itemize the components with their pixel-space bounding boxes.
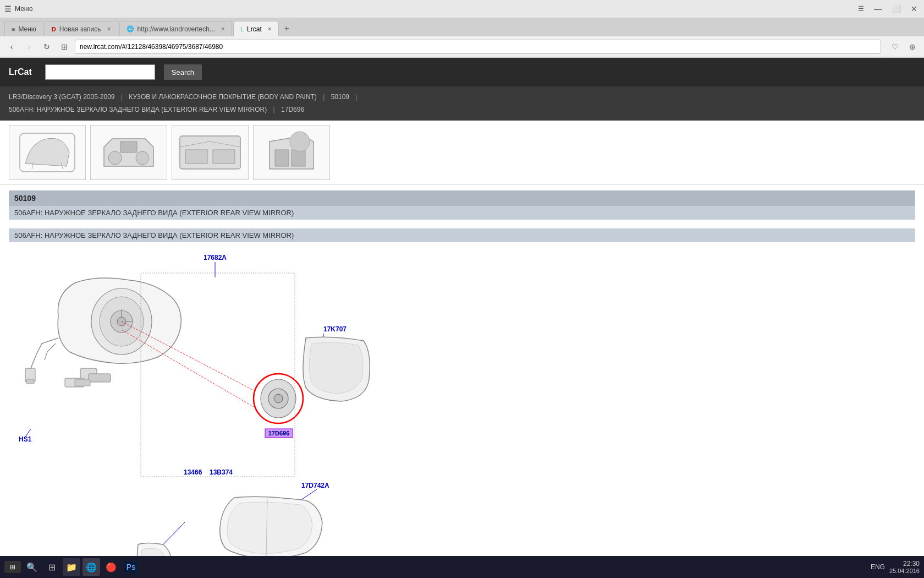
svg-text:17K707: 17K707 — [323, 325, 346, 333]
title-bar: ☰ Меню ☰ — ⬜ ✕ — [0, 0, 924, 18]
history-button[interactable]: ⊕ — [905, 40, 920, 54]
thumb-2[interactable] — [90, 125, 167, 180]
breadcrumb: LR3/Discovery 3 (GCAT) 2005-2009 | КУЗОВ… — [0, 86, 924, 121]
svg-rect-5 — [120, 141, 137, 152]
minimize-btn[interactable]: — — [872, 3, 884, 14]
svg-rect-9 — [275, 150, 289, 166]
diagram-title: 506AFH: НАРУЖНОЕ ЗЕРКАЛО ЗАДНЕГО ВИДА (E… — [9, 228, 915, 242]
thumb-svg-1 — [14, 130, 80, 175]
browser-chrome: ☰ Меню ☰ — ⬜ ✕ ≡ Меню D Новая запись ✕ 🌐… — [0, 0, 924, 58]
svg-rect-24 — [75, 379, 90, 386]
taskbar-photoshop[interactable]: Ps — [122, 558, 140, 576]
breadcrumb-item-1[interactable]: КУЗОВ И ЛАКОКРАСОЧНОЕ ПОКРЫТИЕ (BODY AND… — [129, 93, 316, 101]
taskbar-browser[interactable]: 🌐 — [82, 558, 100, 576]
tab-lrcat-favicon: L — [240, 26, 244, 32]
maximize-btn[interactable]: ⬜ — [889, 3, 903, 14]
svg-point-4 — [136, 151, 149, 165]
parts-diagram-svg: 17682A — [9, 250, 421, 578]
svg-text:13B374: 13B374 — [210, 468, 233, 476]
nav-right: ♡ ⊕ — [888, 40, 920, 54]
svg-rect-22 — [26, 379, 34, 384]
svg-point-11 — [290, 132, 310, 151]
date-display: 25.04.2016 — [889, 568, 920, 574]
breadcrumb-item-0[interactable]: LR3/Discovery 3 (GCAT) 2005-2009 — [9, 93, 115, 101]
svg-text:17D742A: 17D742A — [301, 482, 329, 489]
breadcrumb-row1: LR3/Discovery 3 (GCAT) 2005-2009 | КУЗОВ… — [9, 92, 915, 102]
breadcrumb-sep-1: | — [323, 93, 324, 101]
search-icon: 🔍 — [26, 562, 37, 572]
tab-menu[interactable]: ≡ Меню — [4, 21, 43, 36]
lower-mirror — [220, 497, 322, 559]
svg-rect-7 — [185, 150, 207, 163]
taskbar-opera[interactable]: 🔴 — [102, 558, 120, 576]
svg-rect-10 — [292, 150, 305, 166]
lang-indicator: ENG — [871, 563, 885, 571]
diagram-wrapper: 17682A — [9, 250, 915, 578]
mirror-assembly — [25, 278, 181, 387]
opera-icon: 🔴 — [106, 562, 117, 572]
breadcrumb-item-2[interactable]: 50109 — [331, 93, 349, 101]
tab-menu-icon: ≡ — [12, 26, 15, 32]
section-container: 50109 506AFH: НАРУЖНОЕ ЗЕРКАЛО ЗАДНЕГО В… — [0, 185, 924, 578]
bookmark-button[interactable]: ♡ — [888, 40, 902, 54]
title-bar-left: ☰ Меню — [4, 4, 32, 13]
svg-line-41 — [300, 489, 317, 500]
nav-bar: ‹ › ↻ ⊞ ♡ ⊕ — [0, 36, 924, 57]
diagram-area: 17682A — [9, 244, 915, 578]
taskbar-search[interactable]: 🔍 — [23, 558, 41, 576]
back-button[interactable]: ‹ — [4, 40, 19, 54]
close-btn[interactable]: ✕ — [909, 3, 920, 14]
address-bar[interactable] — [75, 40, 881, 54]
photoshop-icon: Ps — [124, 561, 138, 572]
home-button[interactable]: ⊞ — [57, 40, 72, 54]
tab-new-record[interactable]: D Новая запись ✕ — [45, 21, 118, 36]
section-header-50109: 50109 — [9, 190, 915, 206]
search-input[interactable] — [45, 64, 155, 80]
breadcrumb-item-4[interactable]: 17D696 — [281, 106, 304, 113]
settings-icon[interactable]: ☰ — [856, 4, 866, 14]
svg-text:HS1: HS1 — [19, 435, 32, 443]
taskbar-explorer[interactable]: 📁 — [63, 558, 80, 576]
thumb-3[interactable] — [172, 125, 249, 180]
tab-new-record-close[interactable]: ✕ — [107, 26, 111, 32]
tab-lrcat[interactable]: L Lrcat ✕ — [233, 21, 279, 36]
taskbar: ⊞ 🔍 ⊞ 📁 🌐 🔴 Ps ENG 22:30 25.04.2016 — [0, 556, 924, 578]
refresh-button[interactable]: ↻ — [40, 40, 54, 54]
thumb-1[interactable] — [9, 125, 86, 180]
forward-button[interactable]: › — [22, 40, 36, 54]
section-subheader-506afh: 506AFH: НАРУЖНОЕ ЗЕРКАЛО ЗАДНЕГО ВИДА (E… — [9, 206, 915, 220]
mirror-glass — [303, 337, 370, 402]
sys-tray: ENG 22:30 25.04.2016 — [871, 560, 920, 574]
new-tab-button[interactable]: + — [280, 21, 294, 36]
tab-landrover-close[interactable]: ✕ — [221, 26, 225, 32]
start-button[interactable]: ⊞ — [4, 561, 21, 573]
svg-text:17D696: 17D696 — [268, 430, 290, 437]
breadcrumb-row2: 506AFH: НАРУЖНОЕ ЗЕРКАЛО ЗАДНЕГО ВИДА (E… — [9, 105, 915, 115]
tab-landrover-favicon: 🌐 — [127, 25, 134, 32]
thumb-svg-3 — [177, 130, 243, 175]
breadcrumb-sep-2: | — [355, 93, 357, 101]
apps-icon: ⊞ — [48, 562, 56, 572]
site-logo: LrCat — [9, 67, 32, 77]
taskbar-time: 22:30 25.04.2016 — [889, 560, 920, 574]
breadcrumb-sep-0: | — [121, 93, 123, 101]
window-controls: ☰ — ⬜ ✕ — [856, 3, 920, 14]
tab-menu-label: Меню — [18, 25, 36, 33]
taskbar-left: ⊞ 🔍 ⊞ 📁 🌐 🔴 Ps — [4, 558, 140, 576]
windows-logo-icon: ⊞ — [10, 563, 15, 571]
tab-lrcat-close[interactable]: ✕ — [267, 26, 272, 32]
thumbnail-strip — [0, 121, 924, 185]
thumb-4[interactable] — [253, 125, 330, 180]
main-content: LrCat Search LR3/Discovery 3 (GCAT) 2005… — [0, 58, 924, 578]
time-display: 22:30 — [889, 560, 920, 568]
tabs-bar: ≡ Меню D Новая запись ✕ 🌐 http://www.lan… — [0, 18, 924, 36]
explorer-icon: 📁 — [66, 562, 77, 572]
thumb-svg-2 — [96, 130, 162, 175]
tab-new-record-favicon: D — [52, 26, 56, 32]
breadcrumb-item-3[interactable]: 506AFH: НАРУЖНОЕ ЗЕРКАЛО ЗАДНЕГО ВИДА (E… — [9, 106, 267, 113]
tab-new-record-label: Новая запись — [59, 25, 101, 33]
search-button[interactable]: Search — [164, 64, 202, 80]
svg-rect-20 — [89, 374, 111, 382]
tab-landrover[interactable]: 🌐 http://www.landrovertech... ✕ — [119, 21, 232, 36]
taskbar-apps[interactable]: ⊞ — [43, 558, 61, 576]
